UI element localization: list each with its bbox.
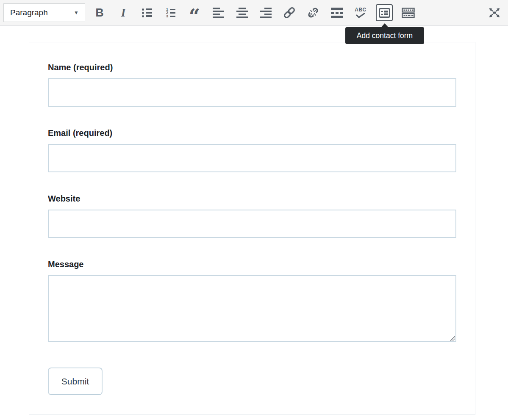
- message-field-label: Message: [48, 259, 456, 269]
- email-field-label: Email (required): [48, 128, 456, 138]
- numbered-list-button[interactable]: 1 2 3: [159, 3, 183, 22]
- add-contact-form-active-frame: [376, 4, 393, 21]
- insert-link-button[interactable]: [278, 3, 301, 22]
- website-input[interactable]: [48, 210, 456, 238]
- bulleted-list-icon: [142, 8, 152, 17]
- toolbar-toggle-button[interactable]: [396, 3, 420, 22]
- align-left-icon: [213, 8, 224, 18]
- add-contact-form-button[interactable]: [372, 3, 396, 22]
- unlink-icon: [306, 7, 320, 19]
- name-field-label: Name (required): [48, 62, 456, 72]
- italic-icon: I: [121, 6, 126, 19]
- tooltip-add-contact-form: Add contact form: [345, 27, 424, 44]
- contact-form-preview: Name (required) Email (required) Website…: [29, 42, 475, 415]
- numbered-list-icon: 1 2 3: [166, 8, 175, 17]
- spellcheck-button[interactable]: ABC: [349, 3, 372, 22]
- bulleted-list-button[interactable]: [135, 3, 159, 22]
- link-icon: [283, 7, 296, 19]
- spellcheck-icon: ABC: [355, 7, 366, 18]
- chevron-down-icon: ▼: [74, 10, 79, 16]
- fullscreen-button[interactable]: [484, 3, 505, 22]
- message-textarea-wrap: [48, 275, 456, 342]
- name-input[interactable]: [48, 78, 456, 107]
- italic-button[interactable]: I: [111, 3, 135, 22]
- blockquote-icon: “: [189, 7, 200, 18]
- remove-link-button[interactable]: [301, 3, 325, 22]
- bold-button[interactable]: B: [88, 3, 111, 22]
- website-field-label: Website: [48, 193, 456, 204]
- resize-handle-icon[interactable]: [450, 336, 455, 341]
- contact-form-icon: [379, 8, 390, 18]
- bold-icon: B: [95, 6, 104, 19]
- paragraph-format-dropdown[interactable]: Paragraph ▼: [3, 3, 85, 22]
- blockquote-button[interactable]: “: [183, 3, 206, 22]
- submit-button-label: Submit: [61, 376, 89, 387]
- align-right-button[interactable]: [254, 3, 278, 22]
- align-center-icon: [236, 8, 248, 18]
- editor-toolbar: Paragraph ▼ B I 1 2 3 “: [0, 0, 508, 26]
- message-textarea[interactable]: [48, 275, 456, 342]
- read-more-tag-icon: [331, 8, 343, 18]
- align-left-button[interactable]: [206, 3, 230, 22]
- align-center-button[interactable]: [230, 3, 254, 22]
- insert-read-more-button[interactable]: [325, 3, 349, 22]
- email-input[interactable]: [48, 144, 456, 172]
- fullscreen-icon: [488, 7, 501, 18]
- submit-button[interactable]: Submit: [48, 368, 103, 395]
- tooltip-text: Add contact form: [357, 31, 413, 40]
- paragraph-format-value: Paragraph: [10, 8, 48, 17]
- align-right-icon: [260, 8, 272, 18]
- keyboard-icon: [402, 8, 415, 18]
